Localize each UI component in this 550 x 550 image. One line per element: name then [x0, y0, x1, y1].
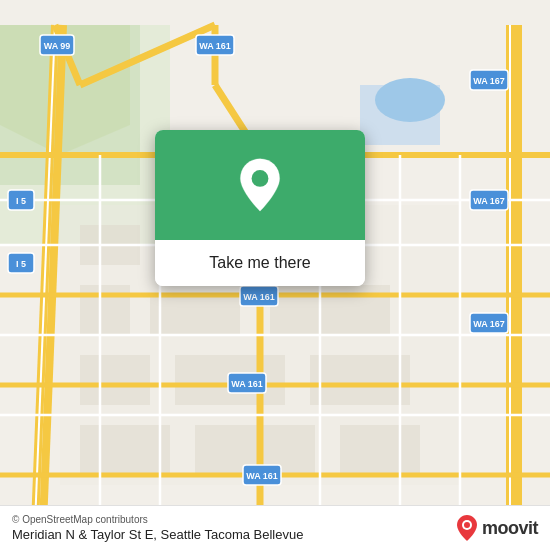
- moovit-logo: moovit: [456, 514, 538, 542]
- svg-point-65: [464, 522, 470, 528]
- location-label: Meridian N & Taylor St E, Seattle Tacoma…: [12, 527, 303, 542]
- svg-rect-14: [310, 355, 410, 405]
- svg-text:WA 161: WA 161: [246, 471, 278, 481]
- svg-text:I 5: I 5: [16, 259, 26, 269]
- svg-text:WA 161: WA 161: [199, 41, 231, 51]
- svg-text:WA 167: WA 167: [473, 319, 505, 329]
- svg-text:WA 99: WA 99: [44, 41, 71, 51]
- svg-point-4: [375, 78, 445, 122]
- moovit-pin-icon: [456, 514, 478, 542]
- svg-text:WA 167: WA 167: [473, 76, 505, 86]
- svg-point-62: [252, 170, 269, 187]
- osm-credit: © OpenStreetMap contributors: [12, 514, 303, 525]
- svg-rect-15: [80, 425, 170, 475]
- moovit-brand-text: moovit: [482, 518, 538, 539]
- svg-rect-12: [80, 355, 150, 405]
- popup-green-area: [155, 130, 365, 240]
- bottom-left-info: © OpenStreetMap contributors Meridian N …: [12, 514, 303, 542]
- popup-card: Take me there: [155, 130, 365, 286]
- svg-text:WA 161: WA 161: [243, 292, 275, 302]
- location-pin-icon: [235, 157, 285, 213]
- svg-rect-17: [340, 425, 420, 475]
- svg-rect-10: [150, 295, 240, 335]
- map-container: WA 99 WA 161 WA 167 WA 167 WA 167 I 5 I …: [0, 0, 550, 550]
- take-me-there-button[interactable]: Take me there: [155, 240, 365, 286]
- bottom-bar: © OpenStreetMap contributors Meridian N …: [0, 505, 550, 550]
- svg-text:WA 167: WA 167: [473, 196, 505, 206]
- svg-text:I 5: I 5: [16, 196, 26, 206]
- svg-text:WA 161: WA 161: [231, 379, 263, 389]
